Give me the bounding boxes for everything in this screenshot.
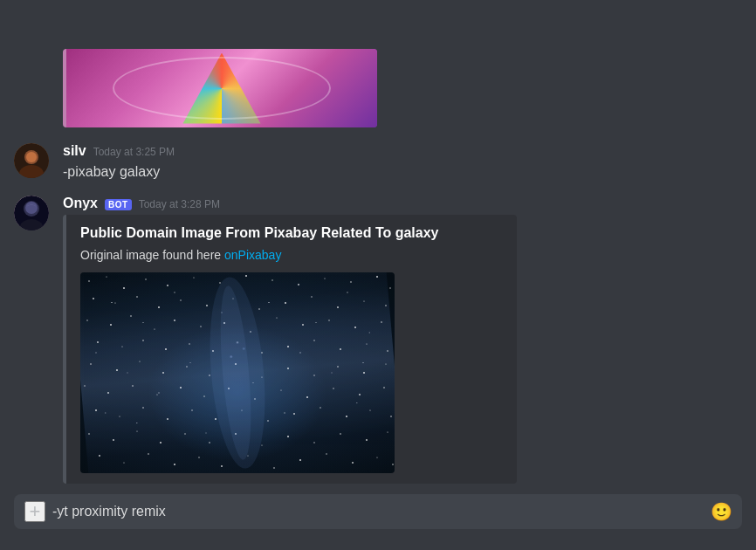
svg-point-72 <box>363 372 365 374</box>
svg-point-79 <box>203 395 204 396</box>
svg-point-85 <box>359 394 361 395</box>
svg-point-95 <box>293 413 295 415</box>
avatar-silv-img <box>14 143 49 178</box>
svg-point-23 <box>114 302 115 303</box>
svg-point-115 <box>148 453 149 455</box>
svg-point-101 <box>113 439 114 441</box>
svg-point-113 <box>99 455 100 457</box>
galaxy-background <box>80 272 395 473</box>
input-area: + 🙂 <box>0 494 756 550</box>
svg-point-33 <box>363 300 364 301</box>
svg-point-44 <box>302 324 304 326</box>
svg-point-78 <box>180 387 182 388</box>
avatar-silv <box>14 143 49 178</box>
svg-point-64 <box>162 372 164 374</box>
svg-point-118 <box>221 465 223 467</box>
svg-point-116 <box>174 464 175 465</box>
svg-point-120 <box>273 467 275 469</box>
svg-point-76 <box>132 385 134 387</box>
svg-point-2 <box>26 152 37 162</box>
message-content-silv: silv Today at 3:25 PM -pixabay galaxy <box>63 143 742 182</box>
svg-point-63 <box>139 361 140 361</box>
stars-svg <box>80 272 395 473</box>
svg-point-104 <box>184 433 185 434</box>
svg-point-34 <box>385 305 387 306</box>
svg-point-83 <box>306 396 308 398</box>
svg-point-16 <box>271 279 272 280</box>
embed-desc-prefix: Original image found here <box>80 248 221 262</box>
svg-point-35 <box>86 320 87 320</box>
svg-point-107 <box>261 444 262 445</box>
svg-point-11 <box>145 278 146 279</box>
embed-card-onyx: Public Domain Image From Pixabay Related… <box>63 215 517 484</box>
username-onyx: Onyx <box>63 196 98 211</box>
svg-point-61 <box>90 363 92 365</box>
embed-pixabay-name[interactable]: Pixabay <box>238 248 282 262</box>
svg-point-69 <box>287 368 289 369</box>
message-content-onyx: Onyx BOT Today at 3:28 PM Public Domain … <box>63 196 742 484</box>
svg-point-86 <box>383 387 385 388</box>
embed-pixabay-link[interactable]: on <box>224 248 238 262</box>
svg-point-123 <box>352 462 354 464</box>
svg-point-36 <box>110 324 112 326</box>
svg-point-47 <box>381 321 382 323</box>
svg-point-73 <box>385 363 386 364</box>
svg-point-40 <box>200 326 201 327</box>
svg-point-43 <box>276 317 277 318</box>
svg-point-94 <box>267 420 269 422</box>
input-container: + 🙂 <box>14 494 742 529</box>
svg-point-9 <box>106 276 107 277</box>
add-attachment-button[interactable]: + <box>24 501 45 522</box>
timestamp-silv: Today at 3:25 PM <box>93 146 175 158</box>
svg-point-27 <box>206 305 208 306</box>
prev-embed <box>63 49 377 129</box>
chat-area: silv Today at 3:25 PM -pixabay galaxy On… <box>0 0 756 494</box>
svg-point-99 <box>390 416 392 417</box>
svg-point-32 <box>337 306 339 308</box>
username-silv: silv <box>63 143 86 159</box>
svg-point-70 <box>313 375 314 375</box>
bot-badge-onyx: BOT <box>105 199 132 210</box>
svg-point-52 <box>189 343 189 344</box>
svg-point-97 <box>346 416 347 417</box>
svg-point-90 <box>167 418 168 420</box>
svg-point-15 <box>245 275 247 277</box>
svg-point-84 <box>333 388 333 388</box>
svg-point-121 <box>299 459 301 461</box>
svg-point-66 <box>209 375 210 376</box>
chat-input[interactable] <box>52 494 704 529</box>
svg-point-96 <box>320 407 320 408</box>
embed-image-container <box>80 272 503 473</box>
svg-point-19 <box>350 281 352 283</box>
message-group-prev <box>14 45 742 136</box>
svg-point-77 <box>156 394 157 395</box>
emoji-button[interactable]: 🙂 <box>711 501 732 522</box>
svg-point-31 <box>311 296 312 297</box>
svg-point-75 <box>107 392 109 394</box>
svg-point-13 <box>193 277 194 278</box>
svg-point-17 <box>298 284 299 285</box>
message-text-silv: -pixabay galaxy <box>63 162 742 182</box>
svg-point-91 <box>191 409 192 410</box>
svg-point-74 <box>84 385 85 386</box>
svg-point-88 <box>119 416 120 416</box>
svg-point-37 <box>130 315 132 317</box>
svg-point-8 <box>88 280 90 282</box>
svg-point-89 <box>142 407 144 409</box>
svg-point-38 <box>154 328 155 329</box>
svg-point-22 <box>93 298 94 299</box>
svg-point-124 <box>376 457 377 457</box>
svg-point-12 <box>167 285 168 286</box>
svg-point-20 <box>376 276 378 278</box>
svg-point-62 <box>116 369 118 371</box>
svg-point-111 <box>366 439 368 441</box>
svg-point-18 <box>324 278 325 278</box>
plus-icon: + <box>30 500 41 523</box>
svg-point-51 <box>165 348 167 350</box>
svg-point-30 <box>285 302 286 304</box>
svg-point-65 <box>186 366 187 367</box>
svg-point-14 <box>219 282 221 284</box>
message-group-silv: silv Today at 3:25 PM -pixabay galaxy <box>14 140 742 189</box>
svg-point-100 <box>88 433 90 435</box>
svg-point-105 <box>209 442 210 443</box>
